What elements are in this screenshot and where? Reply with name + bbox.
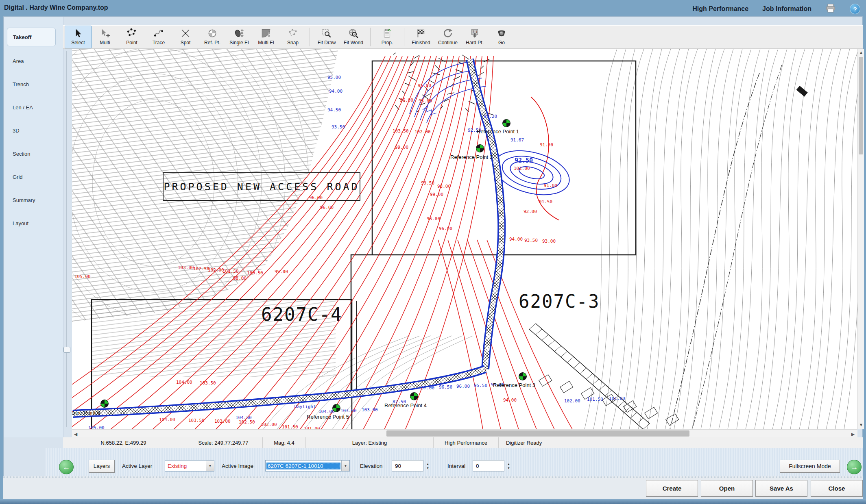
elevation-label: 103.00	[178, 265, 194, 270]
reference-point-marker[interactable]	[100, 399, 109, 408]
elevation-label: 93.50	[524, 238, 538, 243]
save-as-button[interactable]: Save As	[755, 480, 807, 497]
sidebar-item-trench[interactable]: Trench	[13, 81, 29, 87]
zoom-slider-track[interactable]	[66, 51, 67, 427]
elevation-label: 102.00	[414, 129, 431, 135]
elevation-label: 103.00	[362, 407, 378, 413]
elevation-label: 96.00	[320, 205, 334, 210]
scroll-left-icon[interactable]: ◀	[73, 431, 79, 437]
toolbar-button-label: Go	[498, 40, 505, 46]
reference-point-marker[interactable]	[410, 392, 419, 401]
spot-button[interactable]: Spot	[172, 26, 199, 48]
elevation-label: 94.00	[503, 398, 517, 403]
status-high-performance: High Performance	[434, 437, 499, 448]
select-button[interactable]: Select	[65, 26, 92, 48]
hard-point-icon: 71	[469, 27, 480, 40]
sidebar-item-summary[interactable]: Summary	[13, 197, 35, 203]
multi-button[interactable]: Multi	[92, 26, 118, 48]
scroll-down-icon[interactable]: ▼	[858, 422, 864, 428]
reference-point-marker[interactable]	[332, 404, 341, 413]
menu-job-information[interactable]: Job Information	[762, 5, 811, 13]
elevation-label: 99.00	[275, 269, 288, 274]
zoom-slider-handle[interactable]	[63, 347, 70, 353]
elevation-label: 104.50	[236, 415, 252, 420]
svg-text:1: 1	[476, 30, 478, 34]
reference-point-marker[interactable]	[476, 144, 484, 153]
print-icon[interactable]	[825, 3, 836, 15]
elevation-label: 91.67	[510, 137, 524, 143]
go-button[interactable]: Go	[488, 26, 515, 48]
elevation-label: 92.20	[484, 114, 497, 119]
continue-arrow-icon	[443, 27, 453, 40]
trace-button[interactable]: Trace	[145, 26, 172, 48]
horizontal-scrollbar[interactable]: ◀ ▶	[72, 429, 857, 437]
fit-draw-button[interactable]: Fit Draw	[313, 26, 340, 48]
layers-button[interactable]: Layers	[89, 460, 115, 473]
vertical-scrollbar[interactable]: ▲ ▼	[857, 49, 864, 429]
point-button[interactable]: Point	[118, 26, 145, 48]
elevation-label: 93.00	[542, 239, 556, 244]
active-layer-dropdown[interactable]: Existing ▼	[165, 460, 214, 471]
continue-button[interactable]: Continue	[434, 26, 461, 48]
help-icon[interactable]: ?	[850, 4, 860, 14]
sidebar-item-section[interactable]: Section	[13, 151, 30, 157]
elevation-input[interactable]: 90	[392, 460, 423, 471]
sidebar-item-takeoff[interactable]: Takeoff	[7, 28, 56, 46]
parcel-label-6207c-4: 6207C-4	[261, 304, 342, 325]
toolbar-button-label: Snap	[287, 40, 299, 46]
sidebar-item-3d[interactable]: 3D	[13, 128, 20, 134]
elevation-label: 96.00	[400, 98, 413, 103]
elevation-label: 96.00	[427, 216, 440, 222]
elevation-label: 104.00	[176, 380, 192, 385]
scroll-right-icon[interactable]: ▶	[850, 431, 856, 437]
multi-el-button[interactable]: Multi El	[253, 26, 279, 48]
scroll-up-icon[interactable]: ▲	[858, 50, 864, 55]
close-button[interactable]: Close	[811, 480, 863, 497]
reference-point-marker[interactable]	[502, 119, 511, 128]
toolbar-divider	[404, 28, 404, 46]
sidebar-item-layout[interactable]: Layout	[13, 220, 28, 226]
point-polygon-icon	[127, 27, 137, 40]
toolbar-button-label: Trace	[153, 40, 165, 46]
reference-point-label: Reference Point 3	[493, 382, 535, 388]
toolbar-button-label: Multi El	[258, 40, 274, 46]
finished-button[interactable]: Finished	[408, 26, 434, 48]
elevation-label: 103.50	[188, 418, 205, 423]
fit-world-button[interactable]: Fit World	[340, 26, 367, 48]
elevation-stepper[interactable]: ▲▼	[425, 460, 431, 471]
sidebar-item-area[interactable]: Area	[13, 58, 24, 64]
interval-input[interactable]: 0	[473, 460, 504, 471]
elevation-label: 96.00	[309, 195, 323, 200]
sidebar-item-len-ea[interactable]: Len / EA	[13, 104, 33, 111]
drawing-canvas[interactable]: PROPOSED NEW ACCESS ROAD 6207C-4 6207C-3…	[72, 49, 857, 429]
active-image-value: 6207C 6207C-1 10010	[266, 463, 340, 469]
window-bottom-edge	[0, 499, 866, 504]
active-image-dropdown[interactable]: 6207C 6207C-1 10010 ▼	[265, 460, 350, 471]
hard-pt-button[interactable]: 71Hard Pt.	[461, 26, 488, 48]
fullscreen-mode-button[interactable]: Fullscreen Mode	[780, 460, 840, 473]
chevron-down-icon[interactable]: ▼	[206, 461, 214, 471]
snap-button[interactable]: Snap	[279, 26, 306, 48]
reference-point-icon	[207, 27, 218, 40]
menu-high-performance[interactable]: High Performance	[692, 5, 748, 13]
toolbar: SelectMultiPointTraceSpotRef. Pt.Single …	[63, 25, 863, 49]
elevation-label: 93.50	[332, 124, 345, 130]
vertical-scrollbar-thumb[interactable]	[859, 57, 863, 154]
reference-point-marker[interactable]	[518, 372, 527, 381]
multi-elevation-icon	[261, 27, 271, 40]
create-button[interactable]: Create	[646, 480, 698, 497]
elevation-label: 96.00	[456, 384, 470, 389]
ref-pt-button[interactable]: Ref. Pt.	[199, 26, 226, 48]
interval-stepper[interactable]: ▲▼	[506, 460, 512, 471]
elevation-label: 94.00	[329, 89, 342, 94]
chevron-down-icon[interactable]: ▼	[341, 461, 349, 471]
horizontal-scrollbar-thumb[interactable]	[386, 430, 689, 437]
sidebar-item-grid[interactable]: Grid	[13, 174, 23, 180]
next-image-button[interactable]: →	[847, 460, 862, 474]
single-el-button[interactable]: Single El	[226, 26, 253, 48]
open-button[interactable]: Open	[701, 480, 753, 497]
prop-button[interactable]: Prop.	[374, 26, 401, 48]
active-layer-label: Active Layer	[122, 463, 152, 469]
single-elevation-icon	[234, 27, 244, 40]
previous-image-button[interactable]: ←	[59, 460, 74, 474]
